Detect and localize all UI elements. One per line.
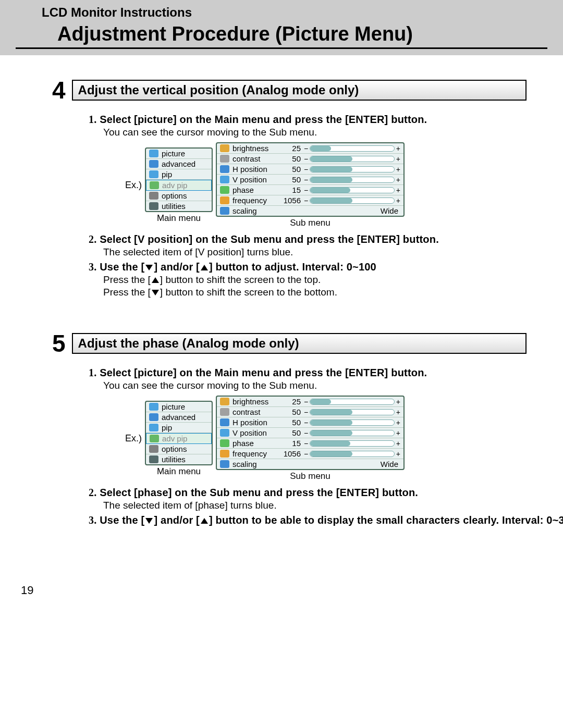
slider-track[interactable] [310, 166, 395, 172]
main-menu-panel: picture advanced pip adv pip options uti… [145, 401, 213, 465]
triangle-up-icon [201, 518, 208, 524]
menu-item-icon [149, 192, 158, 200]
sub-item-icon [220, 176, 229, 183]
sub-menu-item[interactable]: phase 15 − + [217, 185, 403, 195]
sub-menu-panel: brightness 25 − + contrast 50 − + H po [216, 396, 405, 470]
main-menu-item[interactable]: pip [146, 423, 212, 433]
sub-item-value: Wide [280, 206, 400, 215]
triangle-down-icon [152, 290, 159, 295]
minus-icon: − [304, 176, 308, 184]
sub-item-value: 25 [280, 397, 301, 406]
sub-menu-item[interactable]: scaling Wide [217, 206, 403, 216]
minus-icon: − [304, 450, 308, 458]
sub-item-icon [220, 450, 229, 458]
main-menu-item[interactable]: picture [146, 402, 212, 412]
sub-menu-item[interactable]: H position 50 − + [217, 417, 403, 428]
minus-icon: − [304, 429, 308, 437]
slider-track[interactable] [310, 419, 395, 426]
step-subtext: The selected item of [V position] turns … [103, 246, 542, 258]
slider-track[interactable] [310, 198, 395, 204]
sub-item-value: 15 [280, 186, 301, 194]
menu-item-label: picture [162, 402, 185, 411]
main-menu-item[interactable]: picture [146, 149, 212, 159]
step-subtext: The selected item of [phase] turns blue. [103, 500, 542, 511]
main-menu-item[interactable]: utilities [146, 201, 212, 211]
menu-item-icon [149, 455, 158, 463]
menu-item-icon [150, 181, 159, 189]
sub-menu-caption: Sub menu [290, 471, 331, 482]
main-menu-item[interactable]: options [146, 444, 212, 454]
sub-menu-item[interactable]: brightness 25 − + [217, 397, 403, 407]
plus-icon: + [396, 196, 400, 205]
step-subtext: Press the [] button to shift the screen … [103, 274, 542, 286]
sub-menu-item[interactable]: frequency 1056 − + [217, 449, 403, 459]
slider-track[interactable] [310, 430, 395, 436]
doc-subtitle: LCD Monitor Instructions [0, 5, 563, 20]
step-text: 2. Select [phase] on the Sub menu and pr… [89, 487, 542, 499]
menu-item-label: picture [162, 149, 185, 158]
section-number: 5 [52, 329, 66, 357]
main-menu-item[interactable]: utilities [146, 454, 212, 464]
sub-item-value: 50 [280, 408, 301, 416]
menu-item-icon [149, 424, 158, 431]
plus-icon: + [396, 418, 400, 427]
main-menu-item[interactable]: options [146, 191, 212, 201]
sub-item-value: 50 [280, 154, 301, 163]
sub-item-icon [220, 408, 229, 416]
sub-menu-item[interactable]: phase 15 − + [217, 438, 403, 449]
main-menu-item[interactable]: adv pip [146, 180, 212, 191]
slider-track[interactable] [310, 399, 395, 405]
step-text: 3. Use the [] and/or [] button to be abl… [89, 514, 542, 526]
main-menu-item[interactable]: pip [146, 169, 212, 180]
sub-menu-item[interactable]: brightness 25 − + [217, 143, 403, 154]
slider-track[interactable] [310, 177, 395, 183]
minus-icon: − [304, 439, 308, 448]
step-subtext: You can see the cursor moving to the Sub… [103, 380, 542, 391]
slider-track[interactable] [310, 145, 395, 152]
slider-track[interactable] [310, 187, 395, 193]
sub-item-value: 15 [280, 439, 301, 448]
menu-item-label: pip [162, 423, 172, 432]
menu-item-label: pip [162, 170, 172, 179]
sub-menu-item[interactable]: frequency 1056 − + [217, 195, 403, 206]
menu-item-icon [149, 150, 158, 157]
sub-item-label: V position [232, 428, 277, 437]
sub-item-value: 50 [280, 418, 301, 427]
section-title: Adjust the vertical position (Analog mod… [72, 80, 527, 101]
sub-menu-item[interactable]: V position 50 − + [217, 175, 403, 185]
plus-icon: + [396, 429, 400, 437]
sub-item-icon [220, 439, 229, 447]
slider-track[interactable] [310, 440, 395, 447]
example-label: Ex.) [125, 180, 142, 191]
page-number: 19 [21, 584, 563, 597]
step-text: 2. Select [V position] on the Sub menu a… [89, 233, 542, 245]
slider-track[interactable] [310, 156, 395, 162]
triangle-up-icon [152, 277, 159, 283]
sub-menu-item[interactable]: scaling Wide [217, 459, 403, 469]
main-menu-item[interactable]: advanced [146, 159, 212, 169]
sub-menu-item[interactable]: contrast 50 − + [217, 407, 403, 417]
minus-icon: − [304, 196, 308, 205]
sub-item-icon [220, 418, 229, 426]
minus-icon: − [304, 186, 308, 194]
sub-item-value: 1056 [280, 449, 301, 458]
menu-item-icon [149, 160, 158, 168]
main-menu-item[interactable]: advanced [146, 412, 212, 423]
menu-item-icon [150, 435, 159, 442]
minus-icon: − [304, 144, 308, 153]
menu-item-label: adv pip [162, 434, 187, 443]
sub-menu-item[interactable]: contrast 50 − + [217, 154, 403, 164]
minus-icon: − [304, 165, 308, 174]
sub-item-label: V position [232, 175, 277, 184]
main-menu-item[interactable]: adv pip [146, 433, 212, 444]
sub-menu-item[interactable]: V position 50 − + [217, 428, 403, 438]
sub-menu-item[interactable]: H position 50 − + [217, 164, 403, 175]
sub-item-value: 50 [280, 428, 301, 437]
step-text: 1. Select [picture] on the Main menu and… [89, 114, 542, 126]
sub-item-icon [220, 196, 229, 204]
slider-track[interactable] [310, 451, 395, 457]
sub-item-icon [220, 155, 229, 163]
menu-item-icon [149, 202, 158, 210]
slider-track[interactable] [310, 409, 395, 415]
plus-icon: + [396, 439, 400, 448]
